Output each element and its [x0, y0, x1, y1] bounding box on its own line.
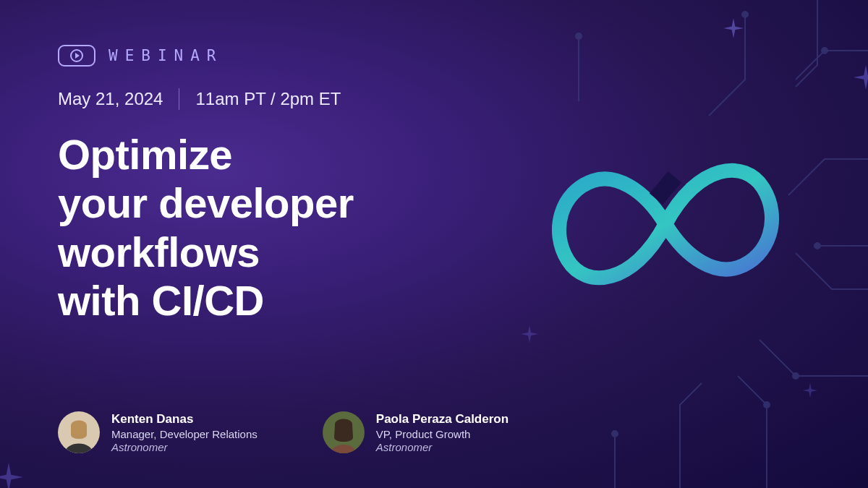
avatar [323, 411, 365, 453]
speaker-name: Kenten Danas [111, 412, 258, 427]
speaker-role: Manager, Developer Relations [111, 428, 258, 440]
speaker-role: VP, Product Growth [376, 428, 509, 440]
speaker-company: Astronomer [111, 441, 258, 453]
webinar-play-icon [58, 45, 95, 67]
speaker-name: Paola Peraza Calderon [376, 412, 509, 427]
event-date: May 21, 2024 [58, 89, 163, 109]
page-title: Optimizeyour developerworkflowswith CI/C… [58, 130, 521, 325]
avatar [58, 411, 100, 453]
divider [179, 88, 179, 110]
event-time: 11am PT / 2pm ET [195, 89, 341, 109]
speaker-company: Astronomer [376, 441, 509, 453]
speaker-card: Kenten Danas Manager, Developer Relation… [58, 411, 258, 453]
speaker-card: Paola Peraza Calderon VP, Product Growth… [323, 411, 509, 453]
badge-label: WEBINAR [109, 47, 224, 64]
